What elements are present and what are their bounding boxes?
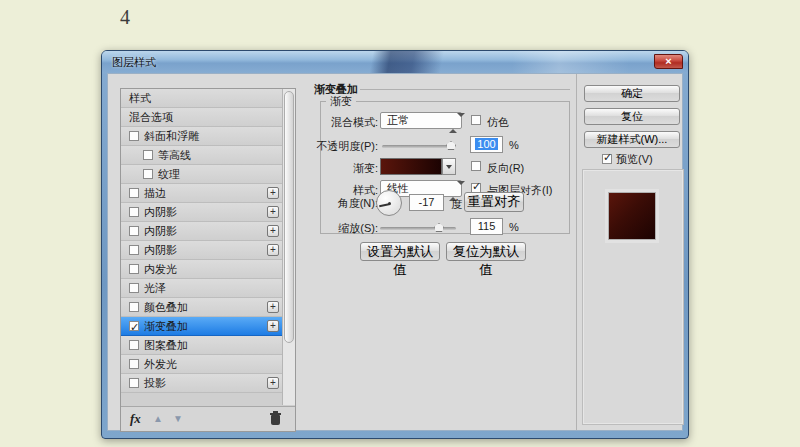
scale-field[interactable]: 115 bbox=[470, 218, 503, 235]
scale-unit: % bbox=[509, 221, 519, 233]
sidebar-item-label: 内阴影 bbox=[144, 225, 177, 237]
ok-button[interactable]: 确定 bbox=[584, 85, 680, 102]
checkbox[interactable] bbox=[129, 188, 139, 198]
checkbox[interactable] bbox=[129, 378, 139, 388]
sidebar-item-label: 描边 bbox=[144, 187, 166, 199]
check-icon: ✓ bbox=[130, 318, 139, 336]
angle-unit: 度 bbox=[451, 197, 462, 212]
preview-checkbox[interactable]: ✓ bbox=[602, 154, 612, 164]
sidebar-item-stroke[interactable]: 描边+ bbox=[121, 184, 282, 203]
gradient-swatch[interactable] bbox=[380, 158, 442, 175]
panel-divider bbox=[576, 74, 577, 430]
opacity-label: 不透明度(P): bbox=[296, 139, 378, 154]
sidebar-item-gradient-overlay[interactable]: ✓渐变叠加+ bbox=[121, 317, 282, 336]
sidebar-item-label: 投影 bbox=[144, 377, 166, 389]
reset-alignment-button[interactable]: 重置对齐 bbox=[464, 192, 524, 212]
checkbox[interactable] bbox=[129, 359, 139, 369]
angle-field[interactable]: -17 bbox=[409, 194, 444, 211]
sidebar-item-inner-shadow-3[interactable]: 内阴影+ bbox=[121, 241, 282, 260]
scale-value: 115 bbox=[478, 220, 496, 232]
add-instance-button[interactable]: + bbox=[267, 377, 279, 389]
checkbox-checked[interactable]: ✓ bbox=[129, 321, 139, 331]
sidebar-item-label: 内阴影 bbox=[144, 244, 177, 256]
opacity-value: 100 bbox=[475, 138, 497, 150]
sidebar-item-satin[interactable]: 光泽 bbox=[121, 279, 282, 298]
updown-arrows-icon bbox=[449, 116, 458, 131]
sidebar-item-blending-options[interactable]: 混合选项 bbox=[121, 108, 282, 127]
checkbox[interactable] bbox=[129, 131, 139, 141]
preview-label: 预览(V) bbox=[616, 153, 653, 165]
add-instance-button[interactable]: + bbox=[267, 225, 279, 237]
checkbox[interactable] bbox=[129, 264, 139, 274]
opacity-slider[interactable] bbox=[382, 145, 452, 148]
sidebar-item-color-overlay[interactable]: 颜色叠加+ bbox=[121, 298, 282, 317]
sidebar-item-pattern-overlay[interactable]: 图案叠加 bbox=[121, 336, 282, 355]
checkbox[interactable] bbox=[129, 226, 139, 236]
checkbox[interactable] bbox=[129, 340, 139, 350]
reset-default-button[interactable]: 复位为默认值 bbox=[446, 242, 526, 261]
dither-checkbox[interactable] bbox=[471, 115, 481, 125]
sidebar-item-texture[interactable]: 纹理 bbox=[121, 165, 282, 184]
sidebar-item-label: 斜面和浮雕 bbox=[144, 130, 199, 142]
add-instance-button[interactable]: + bbox=[267, 206, 279, 218]
dialog-titlebar[interactable]: 图层样式 × bbox=[102, 51, 688, 73]
layer-style-dialog: 图层样式 × 样式 混合选项 斜面和浮雕 等高线 纹理 描边+ 内阴影+ 内阴影… bbox=[101, 50, 689, 439]
fx-icon[interactable]: fx bbox=[130, 411, 141, 427]
aero-glass-reflection bbox=[102, 51, 688, 73]
checkbox[interactable] bbox=[129, 283, 139, 293]
sidebar-item-label: 混合选项 bbox=[129, 111, 173, 123]
set-default-button[interactable]: 设置为默认值 bbox=[360, 242, 440, 261]
close-button[interactable]: × bbox=[654, 54, 683, 69]
sidebar-item-drop-shadow[interactable]: 投影+ bbox=[121, 374, 282, 393]
sidebar-item-inner-shadow-2[interactable]: 内阴影+ bbox=[121, 222, 282, 241]
page-number: 4 bbox=[120, 6, 130, 29]
preview-panel bbox=[582, 169, 684, 425]
move-down-icon[interactable]: ▼ bbox=[173, 413, 183, 424]
check-icon: ✓ bbox=[603, 151, 612, 164]
sidebar-scrollbar[interactable] bbox=[282, 89, 295, 405]
sidebar-item-label: 等高线 bbox=[158, 149, 191, 161]
angle-dial[interactable] bbox=[376, 190, 402, 216]
opacity-field[interactable]: 100 bbox=[470, 136, 503, 153]
add-instance-button[interactable]: + bbox=[267, 187, 279, 199]
checkbox[interactable] bbox=[129, 302, 139, 312]
new-style-button[interactable]: 新建样式(W)... bbox=[584, 131, 680, 148]
checkbox[interactable] bbox=[143, 169, 153, 179]
sidebar-item-styles[interactable]: 样式 bbox=[121, 89, 282, 108]
dialog-content: 样式 混合选项 斜面和浮雕 等高线 纹理 描边+ 内阴影+ 内阴影+ 内阴影+ … bbox=[107, 73, 683, 431]
gradient-label: 渐变: bbox=[296, 161, 378, 176]
dialog-title: 图层样式 bbox=[112, 55, 156, 70]
scrollbar-thumb[interactable] bbox=[284, 91, 294, 343]
reset-button[interactable]: 复位 bbox=[584, 108, 680, 125]
sidebar-item-label: 渐变叠加 bbox=[144, 320, 188, 332]
reverse-label: 反向(R) bbox=[487, 161, 524, 176]
sidebar-item-contour[interactable]: 等高线 bbox=[121, 146, 282, 165]
group-title: 渐变 bbox=[326, 94, 356, 109]
sidebar-item-outer-glow[interactable]: 外发光 bbox=[121, 355, 282, 374]
move-up-icon[interactable]: ▲ bbox=[153, 413, 163, 424]
checkbox[interactable] bbox=[143, 150, 153, 160]
add-instance-button[interactable]: + bbox=[267, 244, 279, 256]
sidebar-item-inner-shadow-1[interactable]: 内阴影+ bbox=[121, 203, 282, 222]
reverse-checkbox[interactable] bbox=[471, 161, 481, 171]
checkbox[interactable] bbox=[129, 245, 139, 255]
checkbox[interactable] bbox=[129, 207, 139, 217]
sidebar-item-inner-glow[interactable]: 内发光 bbox=[121, 260, 282, 279]
delete-style-icon[interactable] bbox=[270, 412, 281, 425]
close-icon: × bbox=[665, 55, 671, 67]
preview-thumbnail bbox=[608, 192, 656, 240]
sidebar-toolbar: fx ▲ ▼ bbox=[121, 406, 295, 431]
sidebar-item-label: 样式 bbox=[129, 92, 151, 104]
add-instance-button[interactable]: + bbox=[267, 301, 279, 313]
blend-mode-select[interactable]: 正常 bbox=[380, 112, 462, 129]
dither-label: 仿色 bbox=[487, 115, 509, 130]
gradient-dropdown-button[interactable] bbox=[442, 158, 456, 175]
add-instance-button[interactable]: + bbox=[267, 320, 279, 332]
section-rule bbox=[360, 89, 570, 90]
sidebar-item-label: 纹理 bbox=[158, 168, 180, 180]
scale-slider[interactable] bbox=[380, 227, 456, 230]
blend-mode-value: 正常 bbox=[387, 114, 409, 126]
sidebar-item-bevel-emboss[interactable]: 斜面和浮雕 bbox=[121, 127, 282, 146]
sidebar-item-label: 外发光 bbox=[144, 358, 177, 370]
styles-list-panel: 样式 混合选项 斜面和浮雕 等高线 纹理 描边+ 内阴影+ 内阴影+ 内阴影+ … bbox=[120, 88, 296, 432]
